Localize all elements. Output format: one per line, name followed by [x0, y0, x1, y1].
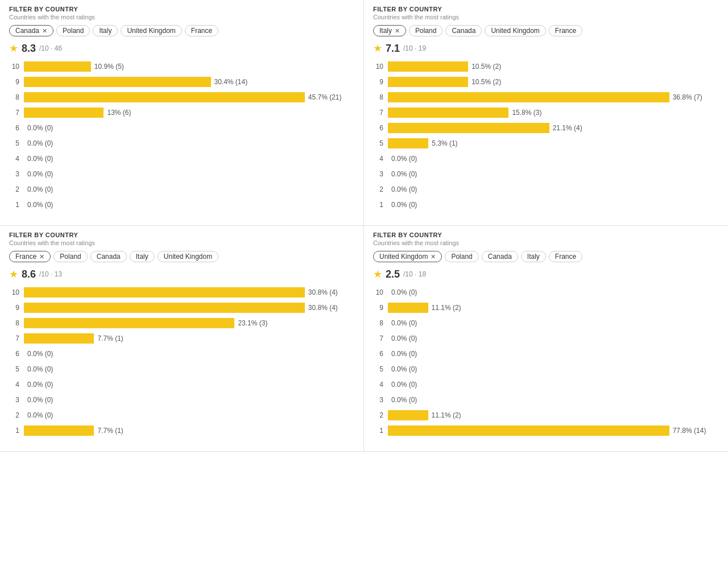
bar-fill: [24, 333, 94, 344]
rating-header: ★ 8.6 /10 · 13: [9, 268, 354, 280]
rating-sub: /10 · 19: [403, 44, 426, 52]
other-tag[interactable]: Canada: [445, 25, 482, 36]
bar-text: 5.3% (1): [432, 139, 457, 147]
other-tag[interactable]: Poland: [445, 251, 478, 262]
bar-text: 0.0% (0): [27, 411, 53, 419]
rating-value: 2.5: [386, 268, 400, 280]
bar-text: 7.7% (1): [97, 334, 123, 342]
bar-label: 9: [9, 78, 19, 86]
close-icon[interactable]: ✕: [42, 27, 47, 35]
bar-label: 6: [373, 350, 383, 358]
bar-row: 80.0% (0): [373, 317, 719, 329]
bar-wrap: 0.0% (0): [24, 170, 354, 178]
bar-wrap: 30.8% (4): [24, 287, 354, 298]
bar-text: 77.8% (14): [673, 427, 706, 435]
other-tag[interactable]: France: [185, 25, 218, 36]
bar-wrap: 0.0% (0): [24, 201, 354, 209]
bar-row: 930.4% (14): [9, 76, 354, 88]
bar-text: 11.1% (2): [432, 411, 461, 419]
bar-label: 5: [9, 365, 19, 373]
bar-fill: [388, 123, 549, 133]
tags-row: United Kingdom ✕PolandCanadaItalyFrance: [373, 251, 719, 262]
bar-label: 10: [9, 63, 19, 71]
close-icon[interactable]: ✕: [395, 27, 400, 35]
other-tag[interactable]: Italy: [521, 251, 546, 262]
other-tag[interactable]: Poland: [53, 251, 87, 262]
bar-fill: [388, 410, 428, 420]
bar-text: 0.0% (0): [27, 381, 53, 389]
rating-header: ★ 8.3 /10 · 46: [9, 42, 354, 55]
bar-row: 20.0% (0): [9, 409, 354, 422]
bar-fill: [24, 77, 211, 87]
bar-row: 713% (6): [9, 106, 354, 119]
star-icon: ★: [9, 42, 18, 55]
star-icon: ★: [9, 268, 18, 280]
rating-sub: /10 · 18: [403, 270, 426, 278]
other-tag[interactable]: France: [549, 25, 582, 36]
bar-row: 70.0% (0): [373, 332, 719, 345]
bar-text: 0.0% (0): [391, 155, 417, 163]
other-tag[interactable]: United Kingdom: [158, 251, 218, 262]
bar-wrap: 0.0% (0): [24, 124, 354, 132]
active-tag[interactable]: United Kingdom ✕: [373, 251, 442, 262]
bar-row: 10.0% (0): [9, 199, 354, 211]
other-tag[interactable]: Poland: [56, 25, 90, 36]
bar-label: 10: [373, 63, 383, 71]
bar-label: 10: [373, 288, 383, 296]
tags-row: France ✕PolandCanadaItalyUnited Kingdom: [9, 251, 354, 262]
active-tag[interactable]: France ✕: [9, 251, 51, 262]
bar-row: 30.0% (0): [9, 394, 354, 406]
other-tag[interactable]: Canada: [482, 251, 518, 262]
other-tag[interactable]: Poland: [409, 25, 442, 36]
other-tag[interactable]: United Kingdom: [485, 25, 545, 36]
panel-panel-uk: FILTER BY COUNTRYCountries with the most…: [364, 226, 728, 452]
rating-value: 8.6: [22, 268, 36, 280]
bar-text: 0.0% (0): [27, 124, 53, 132]
bar-wrap: 30.8% (4): [24, 303, 354, 313]
bar-wrap: 0.0% (0): [388, 155, 719, 163]
bar-text: 0.0% (0): [391, 170, 417, 178]
bar-label: 9: [9, 304, 19, 312]
active-tag[interactable]: Canada ✕: [9, 25, 53, 36]
other-tag[interactable]: Italy: [130, 251, 155, 262]
filter-subtitle: Countries with the most ratings: [9, 239, 354, 246]
bar-text: 0.0% (0): [391, 381, 417, 389]
bar-wrap: 0.0% (0): [24, 381, 354, 389]
bar-text: 36.8% (7): [673, 93, 702, 101]
bar-label: 3: [9, 170, 19, 178]
bar-text: 0.0% (0): [27, 185, 53, 193]
bar-row: 177.8% (14): [373, 424, 719, 437]
bar-wrap: 21.1% (4): [388, 123, 719, 133]
other-tag[interactable]: United Kingdom: [121, 25, 181, 36]
filter-subtitle: Countries with the most ratings: [373, 14, 719, 20]
bar-label: 8: [9, 93, 19, 101]
close-icon[interactable]: ✕: [431, 253, 436, 261]
bar-row: 911.1% (2): [373, 301, 719, 314]
bar-wrap: 0.0% (0): [388, 396, 719, 404]
bar-label: 9: [373, 78, 383, 86]
bar-text: 0.0% (0): [391, 288, 417, 296]
bar-row: 50.0% (0): [9, 137, 354, 150]
bar-wrap: 5.3% (1): [388, 138, 719, 148]
bar-label: 7: [9, 334, 19, 342]
bar-label: 5: [373, 139, 383, 147]
other-tag[interactable]: Canada: [90, 251, 127, 262]
other-tag[interactable]: France: [549, 251, 582, 262]
close-icon[interactable]: ✕: [39, 253, 44, 261]
bar-text: 23.1% (3): [238, 319, 267, 327]
bar-label: 2: [373, 185, 383, 193]
bar-row: 20.0% (0): [9, 183, 354, 196]
bar-label: 3: [9, 396, 19, 404]
active-tag[interactable]: Italy ✕: [373, 25, 406, 36]
bar-text: 0.0% (0): [27, 170, 53, 178]
bar-wrap: 0.0% (0): [388, 381, 719, 389]
other-tag[interactable]: Italy: [93, 25, 118, 36]
rating-sub: /10 · 46: [39, 44, 62, 52]
bar-text: 21.1% (4): [553, 124, 582, 132]
bar-label: 3: [373, 170, 383, 178]
bar-fill: [388, 425, 669, 436]
rating-header: ★ 7.1 /10 · 19: [373, 42, 719, 55]
bar-row: 836.8% (7): [373, 91, 719, 104]
bar-text: 0.0% (0): [391, 365, 417, 373]
star-icon: ★: [373, 268, 382, 280]
